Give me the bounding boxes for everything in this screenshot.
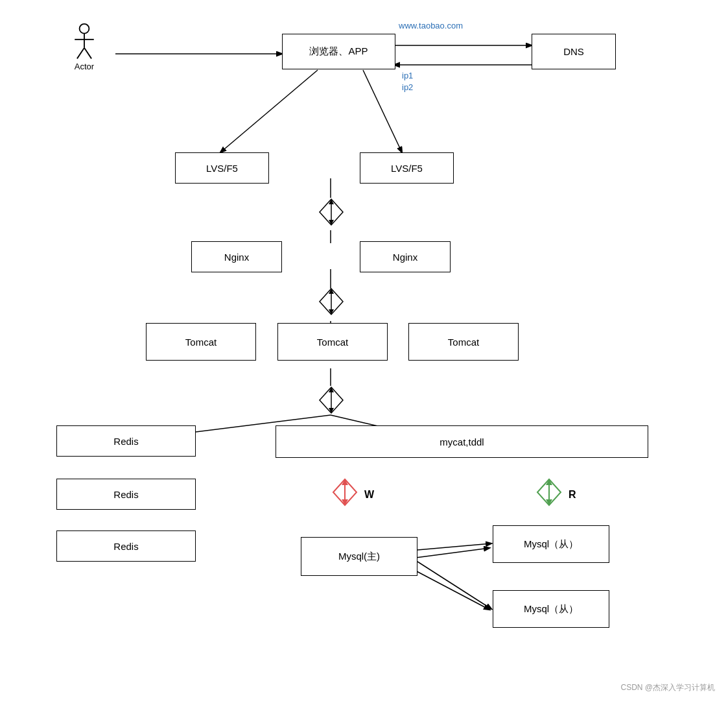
lvs2-box: LVS/F5	[360, 152, 454, 184]
redis3-label: Redis	[113, 541, 138, 552]
nginx2-label: Nginx	[393, 252, 417, 263]
svg-line-3	[220, 70, 318, 152]
url-label: www.taobao.com	[399, 21, 463, 30]
redis2-box: Redis	[56, 479, 196, 510]
svg-line-42	[417, 562, 491, 609]
mysql-slave2-box: Mysql（从）	[493, 590, 609, 628]
actor-label: Actor	[75, 62, 94, 71]
tomcat3-label: Tomcat	[448, 337, 479, 348]
svg-line-13	[416, 571, 489, 610]
tomcat2-label: Tomcat	[317, 337, 348, 348]
r-arrow: R	[535, 478, 576, 512]
browser-label: 浏览器、APP	[309, 45, 368, 58]
footer-text: CSDN @杰深入学习计算机	[620, 682, 715, 693]
nginx1-label: Nginx	[224, 252, 249, 263]
actor-figure: Actor	[71, 23, 97, 71]
svg-line-41	[417, 543, 491, 550]
tomcat1-label: Tomcat	[185, 337, 217, 348]
mycat-label: mycat,tddl	[440, 436, 484, 447]
lvs1-label: LVS/F5	[206, 163, 238, 174]
nginx1-box: Nginx	[191, 241, 282, 272]
redis2-label: Redis	[113, 489, 138, 500]
svg-line-17	[77, 48, 84, 59]
redis3-box: Redis	[56, 530, 196, 562]
sync-arrow-3	[317, 386, 346, 420]
svg-point-14	[80, 24, 89, 34]
w-arrow: W	[331, 478, 374, 512]
mysql-slave1-label: Mysql（从）	[524, 538, 578, 551]
w-label: W	[364, 489, 374, 501]
browser-box: 浏览器、APP	[282, 34, 395, 69]
tomcat3-box: Tomcat	[408, 323, 519, 361]
ip-labels: ip1 ip2	[402, 70, 413, 93]
dns-label: DNS	[563, 46, 584, 57]
lvs2-label: LVS/F5	[391, 163, 423, 174]
redis1-box: Redis	[56, 425, 196, 457]
svg-line-12	[416, 548, 489, 558]
nginx2-box: Nginx	[360, 241, 451, 272]
diagram: Actor 浏览器、APP DNS www.taobao.com ip1 ip2…	[0, 0, 728, 703]
redis1-label: Redis	[113, 436, 138, 447]
sync-arrow-2	[317, 287, 346, 321]
dns-box: DNS	[532, 34, 616, 69]
r-label: R	[569, 489, 576, 501]
mysql-slave1-box: Mysql（从）	[493, 525, 609, 563]
tomcat1-box: Tomcat	[146, 323, 256, 361]
sync-arrow-1	[317, 198, 346, 232]
svg-line-18	[84, 48, 91, 59]
lvs1-box: LVS/F5	[175, 152, 269, 184]
mysql-slave2-label: Mysql（从）	[524, 603, 578, 615]
tomcat2-box: Tomcat	[277, 323, 388, 361]
mysql-master-box: Mysql(主)	[301, 537, 417, 576]
mycat-box: mycat,tddl	[276, 425, 648, 458]
svg-line-4	[363, 70, 402, 152]
mysql-master-label: Mysql(主)	[338, 551, 380, 563]
